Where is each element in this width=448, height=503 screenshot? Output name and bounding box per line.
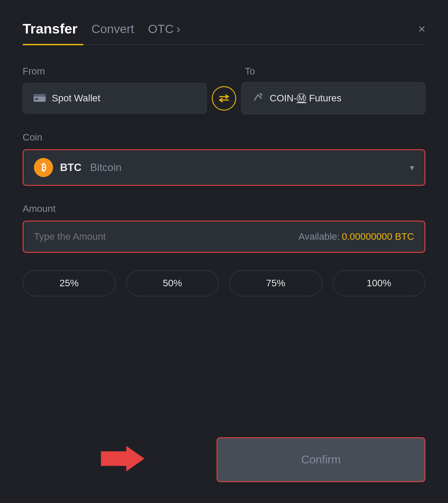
svg-marker-3 [101,446,144,471]
available-value: 0.00000000 BTC [342,231,414,242]
swap-wrapper [207,86,241,111]
coin-symbol: BTC [60,161,81,174]
amount-input-box: Available: 0.00000000 BTC [23,221,425,253]
amount-label: Amount [23,203,425,215]
arrow-indicator [101,441,144,478]
from-label: From [23,66,203,77]
pct-25-button[interactable]: 25% [23,270,116,296]
coin-label: Coin [23,132,425,143]
confirm-button[interactable]: Confirm [217,437,425,482]
svg-rect-1 [33,94,46,97]
available-display: Available: 0.00000000 BTC [298,231,414,242]
coin-full-name: Bitcoin [90,161,121,174]
tab-otc-label: OTC [148,22,174,36]
coin-chevron-icon: ▾ [410,162,414,173]
from-wallet-box[interactable]: Spot Wallet [23,83,207,114]
swap-button[interactable] [212,86,236,111]
to-wallet-name: COIN-Ⓜ Futures [270,92,341,105]
to-label: To [245,66,425,77]
tab-divider [23,44,425,45]
swap-spacer [203,66,238,77]
coin-section: Coin ₿ BTC Bitcoin ▾ [23,132,425,186]
futures-icon [252,91,264,105]
percentage-buttons: 25% 50% 75% 100% [23,270,425,296]
to-wallet-box[interactable]: COIN-Ⓜ Futures [241,82,425,114]
svg-rect-2 [35,98,38,100]
amount-input[interactable] [34,231,224,242]
pct-75-button[interactable]: 75% [229,270,322,296]
from-to-section: From To Spot Wallet [23,66,425,114]
tab-otc[interactable]: OTC › [148,22,180,43]
tab-convert[interactable]: Convert [91,22,134,43]
wallet-card-icon [33,92,46,104]
amount-section: Amount Available: 0.00000000 BTC [23,203,425,253]
btc-icon: ₿ [34,158,53,177]
coin-select-box[interactable]: ₿ BTC Bitcoin ▾ [23,149,425,186]
from-to-inputs: Spot Wallet COIN-Ⓜ Futures [23,82,425,114]
from-to-labels: From To [23,66,425,77]
tab-transfer[interactable]: Transfer [23,21,77,44]
pct-100-button[interactable]: 100% [333,270,426,296]
bottom-area: Confirm [23,437,425,482]
tab-otc-chevron: › [176,22,180,36]
header: Transfer Convert OTC › × [23,21,425,44]
pct-50-button[interactable]: 50% [126,270,219,296]
from-wallet-name: Spot Wallet [52,93,100,104]
transfer-modal: Transfer Convert OTC › × From To [0,0,448,503]
close-button[interactable]: × [418,23,425,42]
available-label: Available: [298,231,340,242]
